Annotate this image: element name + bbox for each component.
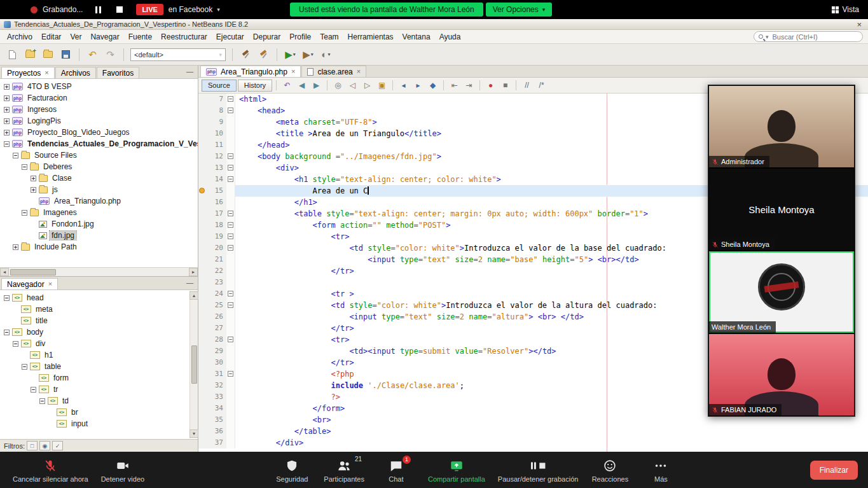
zoom-video-panel[interactable]: AdministradorSheila MontoyaSheila Montoy… (708, 85, 855, 417)
navigator-tree-item[interactable]: −<>tr (0, 384, 198, 395)
navigator-tree-item[interactable]: −<>td (0, 395, 198, 407)
toggle-bookmark-icon[interactable]: ◆ (426, 79, 439, 92)
fold-toggle-icon[interactable]: − (228, 337, 233, 342)
collapse-toggle-icon[interactable]: − (22, 164, 27, 170)
menu-navegar[interactable]: Navegar (86, 31, 123, 43)
navigator-filter-1-button[interactable]: □ (27, 441, 38, 450)
toolbar-undo-button[interactable]: ↶ (85, 46, 100, 62)
fold-toggle-icon[interactable]: − (228, 108, 233, 113)
menu-editar[interactable]: Editar (37, 31, 65, 43)
navigator-tree-item[interactable]: <>br (0, 407, 198, 418)
navigator-vertical-scrollbar[interactable]: ▴ ▾ (189, 291, 198, 438)
collapse-toggle-icon[interactable]: − (13, 341, 18, 347)
navigator-filter-2-button[interactable]: ◉ (39, 441, 50, 450)
toolbar-debug-project-button[interactable]: ▶▾ (300, 46, 316, 62)
menu-reestructurar[interactable]: Reestructurar (156, 31, 212, 43)
minimize-panel-icon[interactable]: — (186, 67, 193, 75)
expand-toggle-icon[interactable]: + (13, 244, 18, 250)
collapse-toggle-icon[interactable]: − (4, 141, 10, 147)
scroll-up-icon[interactable]: ▴ (189, 291, 198, 300)
menu-fuente[interactable]: Fuente (124, 31, 156, 43)
zoom-share-screen-button[interactable]: Compartir pantalla (422, 452, 492, 488)
forward-icon[interactable]: ▶ (310, 79, 323, 92)
tab-proyectos[interactable]: Proyectos× (1, 67, 55, 78)
zoom-participants-button[interactable]: 21Participantes (317, 452, 371, 488)
project-tree-item[interactable]: +Clase (0, 172, 198, 184)
toolbar-new-file-button[interactable] (4, 46, 20, 62)
navigator-tree-item[interactable]: <>meta (0, 303, 198, 315)
navigator-tree-item[interactable]: <>h1 (0, 349, 198, 361)
toolbar-run-project-button[interactable]: ▶▾ (282, 46, 298, 62)
fold-toggle-icon[interactable]: − (228, 211, 233, 216)
find-selection-icon[interactable]: ◎ (331, 79, 345, 92)
toolbar-profile-project-button[interactable]: ◐▾ (318, 46, 334, 62)
video-tile-sheila-montoya[interactable]: Sheila MontoyaSheila Montoya (709, 169, 854, 250)
menu-ver[interactable]: Ver (65, 31, 86, 43)
fold-toggle-icon[interactable]: − (228, 96, 233, 102)
navigator-tree-item[interactable]: −<>head (0, 292, 198, 303)
project-tree-item[interactable]: +Include Path (0, 241, 198, 253)
zoom-mute-button[interactable]: Cancelar silenciar ahora (6, 452, 95, 488)
code-line[interactable]: 37 </div> (198, 437, 868, 449)
comment-lines-icon[interactable]: // (520, 79, 534, 92)
ide-search-box[interactable]: ▾ (754, 31, 863, 42)
expand-toggle-icon[interactable]: + (4, 84, 10, 90)
scroll-left-icon[interactable]: ◂ (0, 268, 9, 276)
video-tile-fabian-jurado[interactable]: FABIAN JURADO (709, 334, 854, 415)
project-tree-item[interactable]: +phpFacturacion (0, 92, 198, 104)
menu-archivo[interactable]: Archivo (3, 31, 37, 43)
video-tile-administrador[interactable]: Administrador (709, 86, 854, 167)
fold-toggle-icon[interactable]: − (228, 234, 233, 239)
zoom-stop-video-button[interactable]: Detener video (95, 452, 151, 488)
collapse-toggle-icon[interactable]: − (4, 330, 10, 335)
stop-recording-button[interactable] (113, 4, 126, 15)
source-view-button[interactable]: Source (202, 80, 237, 92)
end-meeting-button[interactable]: Finalizar (810, 461, 858, 480)
zoom-more-button[interactable]: Más (635, 452, 686, 488)
view-options-button[interactable]: Ver Opciones ▾ (486, 3, 553, 17)
window-close-button[interactable]: × (854, 20, 864, 29)
collapse-toggle-icon[interactable]: − (13, 153, 18, 158)
project-tree-item[interactable]: +phpIngresos (0, 104, 198, 115)
menu-ayuda[interactable]: Ayuda (435, 31, 465, 43)
toolbar-clean-build-project-button[interactable] (256, 46, 272, 62)
collapse-toggle-icon[interactable]: − (22, 210, 27, 216)
toolbar-open-project-button[interactable] (40, 46, 56, 62)
scrollbar-thumb[interactable] (191, 345, 197, 384)
project-tree-item[interactable]: fdn.jpg (0, 230, 198, 241)
uncomment-lines-icon[interactable]: /* (535, 79, 548, 92)
stop-macro-recording-icon[interactable]: ■ (499, 79, 512, 92)
editor-tab-clase-area[interactable]: clase.area× (301, 66, 366, 77)
menu-profile[interactable]: Profile (285, 31, 315, 43)
navigator-tree-item[interactable]: −<>table (0, 361, 198, 372)
toolbar-new-project-button[interactable] (22, 46, 38, 62)
navigator-tree-item[interactable]: −<>div (0, 338, 198, 349)
view-mode-button[interactable]: Vista (832, 5, 859, 14)
menu-team[interactable]: Team (315, 31, 343, 43)
start-macro-recording-icon[interactable]: ● (484, 79, 497, 92)
tab-navegador[interactable]: Navegador × (1, 278, 58, 289)
fold-toggle-icon[interactable]: − (228, 165, 233, 171)
close-icon[interactable]: × (45, 69, 48, 76)
expand-toggle-icon[interactable]: + (31, 176, 36, 181)
shift-left-icon[interactable]: ⇤ (448, 79, 461, 92)
expand-toggle-icon[interactable]: + (4, 95, 10, 101)
menu-ejecutar[interactable]: Ejecutar (212, 31, 249, 43)
expand-toggle-icon[interactable]: + (4, 107, 10, 113)
zoom-chat-button[interactable]: 1Chat (371, 452, 422, 488)
window-titlebar[interactable]: Tendencias_Actuales_De_Programacion_V_Ve… (0, 19, 868, 30)
fold-toggle-icon[interactable]: − (228, 222, 233, 228)
video-tile-walther-mora-le-n[interactable]: Walther Mora León (709, 251, 854, 333)
fold-toggle-icon[interactable]: − (228, 302, 233, 308)
minimize-panel-icon[interactable]: — (186, 279, 193, 286)
project-tree-item[interactable]: −Imagenes (0, 207, 198, 218)
search-scope-chevron-icon[interactable]: ▾ (766, 34, 769, 40)
back-icon[interactable]: ◀ (295, 79, 308, 92)
last-edit-icon[interactable]: ↶ (280, 79, 294, 92)
close-icon[interactable]: × (48, 281, 52, 288)
search-input[interactable] (771, 32, 858, 41)
next-bookmark-icon[interactable]: ▸ (411, 79, 425, 92)
projects-horizontal-scrollbar[interactable]: ◂ ▸ (0, 267, 198, 276)
editor-tab-area-triangulo-php[interactable]: phpArea_Triangulo.php× (200, 66, 301, 77)
scroll-down-icon[interactable]: ▾ (189, 429, 198, 438)
